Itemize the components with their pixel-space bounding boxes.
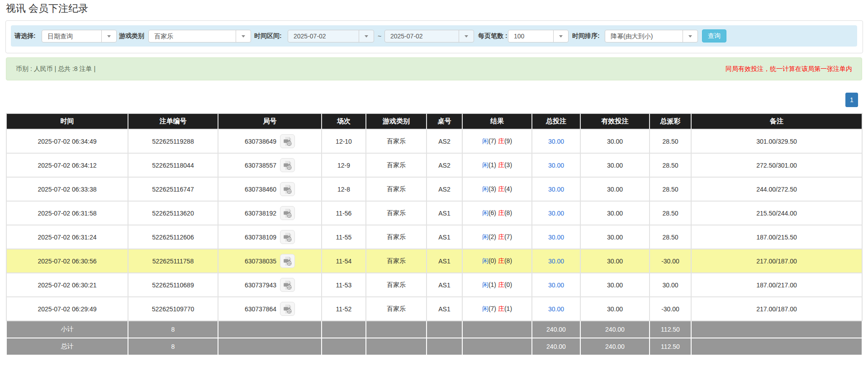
video-replay-button[interactable]	[280, 278, 295, 292]
cell-total-bet: 30.00	[532, 177, 580, 201]
cell-time: 2025-07-02 06:34:12	[6, 153, 128, 177]
col-header-bet-id: 注单编号	[128, 113, 218, 129]
cell-time: 2025-07-02 06:33:38	[6, 177, 128, 201]
cell-session: 11-56	[322, 201, 366, 225]
video-replay-button[interactable]	[280, 158, 295, 172]
col-header-total-bet: 总投注	[532, 113, 580, 129]
total-label: 总计	[6, 338, 128, 355]
video-replay-button[interactable]	[280, 230, 295, 244]
total-bet-link[interactable]: 30.00	[548, 162, 564, 169]
total-bet-link[interactable]: 30.00	[548, 210, 564, 217]
query-type-select[interactable]: 日期查询	[42, 30, 117, 42]
cell-round-id: 630738035	[218, 249, 322, 273]
cell-round-id: 630738192	[218, 201, 322, 225]
cell-remark: 301.00/329.50	[691, 129, 862, 153]
table-header-row: 时间 注单编号 局号 场次 游戏类别 桌号 结果 总投注 有效投注 总派彩 备注	[6, 113, 862, 129]
cell-time: 2025-07-02 06:34:49	[6, 129, 128, 153]
col-header-game-type: 游戏类别	[366, 113, 427, 129]
video-record-icon	[283, 256, 293, 266]
total-count: 8	[128, 338, 218, 355]
summary-alert: 币别 : 人民币 | 总共 :8 注单 | 同局有效投注，统一计算在该局第一张注…	[6, 57, 862, 80]
chevron-down-icon	[359, 30, 374, 42]
records-table: 时间 注单编号 局号 场次 游戏类别 桌号 结果 总投注 有效投注 总派彩 备注…	[6, 113, 863, 356]
cell-session: 12-9	[322, 153, 366, 177]
filter-bar: 请选择: 日期查询 游戏类别 百家乐 时间区间: 2025-07-02 ~ 20…	[11, 25, 857, 47]
chevron-down-icon	[459, 30, 474, 42]
video-record-icon	[283, 304, 293, 314]
game-type-label: 游戏类别	[119, 32, 144, 40]
cell-total-bet: 30.00	[532, 297, 580, 321]
subtotal-count: 8	[128, 321, 218, 338]
cell-payout: 28.50	[650, 129, 691, 153]
total-bet-link[interactable]: 30.00	[548, 186, 564, 193]
cell-result: 闲(3) 庄(4)	[462, 177, 532, 201]
time-range-label: 时间区间:	[254, 32, 282, 40]
cell-remark: 217.00/187.00	[691, 249, 862, 273]
col-header-result: 结果	[462, 113, 532, 129]
cell-result: 闲(2) 庄(7)	[462, 225, 532, 249]
cell-result: 闲(0) 庄(8)	[462, 249, 532, 273]
cell-bet-id: 522625116747	[128, 177, 218, 201]
video-replay-button[interactable]	[280, 134, 295, 148]
col-header-session: 场次	[322, 113, 366, 129]
video-record-icon	[283, 280, 293, 290]
search-button[interactable]: 查询	[702, 29, 726, 42]
cell-table-no: AS2	[427, 177, 462, 201]
cell-valid-bet: 30.00	[580, 225, 650, 249]
cell-bet-id: 522625112606	[128, 225, 218, 249]
total-bet-link[interactable]: 30.00	[548, 138, 564, 145]
date-from-input[interactable]: 2025-07-02	[288, 30, 374, 42]
cell-result: 闲(1) 庄(0)	[462, 273, 532, 297]
cell-result: 闲(6) 庄(8)	[462, 201, 532, 225]
cell-time: 2025-07-02 06:31:24	[6, 225, 128, 249]
col-header-round-id: 局号	[218, 113, 322, 129]
cell-valid-bet: 30.00	[580, 297, 650, 321]
page-title: 视讯 会员下注纪录	[6, 2, 88, 15]
cell-bet-id: 522625118044	[128, 153, 218, 177]
cell-total-bet: 30.00	[532, 225, 580, 249]
cell-table-no: AS1	[427, 273, 462, 297]
cell-valid-bet: 30.00	[580, 129, 650, 153]
total-bet-link[interactable]: 30.00	[548, 234, 564, 241]
table-row: 2025-07-02 06:31:58 522625113620 6307381…	[6, 201, 862, 225]
cell-round-id: 630738557	[218, 153, 322, 177]
total-bet-link[interactable]: 30.00	[548, 258, 564, 265]
sort-order-value: 降幂(由大到小)	[605, 30, 683, 42]
sort-order-label: 时间排序:	[572, 32, 600, 40]
cell-time: 2025-07-02 06:31:58	[6, 201, 128, 225]
page-size-select[interactable]: 100	[508, 30, 569, 42]
pagination-page-1[interactable]: 1	[845, 93, 858, 107]
cell-valid-bet: 30.00	[580, 177, 650, 201]
cell-total-bet: 30.00	[532, 201, 580, 225]
video-replay-button[interactable]	[280, 302, 295, 316]
cell-result: 闲(7) 庄(9)	[462, 129, 532, 153]
cell-table-no: AS1	[427, 225, 462, 249]
cell-remark: 244.00/272.50	[691, 177, 862, 201]
col-header-table-no: 桌号	[427, 113, 462, 129]
cell-session: 12-8	[322, 177, 366, 201]
cell-payout: 28.50	[650, 177, 691, 201]
video-record-icon	[283, 208, 293, 218]
date-to-value: 2025-07-02	[385, 30, 459, 42]
sort-order-select[interactable]: 降幂(由大到小)	[605, 30, 698, 42]
total-bet-link[interactable]: 30.00	[548, 305, 564, 313]
video-replay-button[interactable]	[280, 254, 295, 268]
cell-game-type: 百家乐	[366, 177, 427, 201]
chevron-down-icon	[683, 30, 697, 42]
cell-session: 11-54	[322, 249, 366, 273]
cell-valid-bet: 30.00	[580, 153, 650, 177]
table-row: 2025-07-02 06:29:49 522625109770 6307378…	[6, 297, 862, 321]
video-replay-button[interactable]	[280, 206, 295, 220]
table-row: 2025-07-02 06:30:21 522625110689 6307379…	[6, 273, 862, 297]
date-to-input[interactable]: 2025-07-02	[384, 30, 474, 42]
cell-game-type: 百家乐	[366, 225, 427, 249]
game-type-select[interactable]: 百家乐	[148, 30, 251, 42]
total-valid-bet: 240.00	[580, 338, 650, 355]
cell-payout: 28.50	[650, 225, 691, 249]
total-bet-link[interactable]: 30.00	[548, 282, 564, 289]
cell-table-no: AS2	[427, 153, 462, 177]
video-replay-button[interactable]	[280, 182, 295, 196]
currency-total-text: 币别 : 人民币 | 总共 :8 注单 |	[16, 65, 95, 73]
cell-game-type: 百家乐	[366, 201, 427, 225]
cell-bet-id: 522625109770	[128, 297, 218, 321]
